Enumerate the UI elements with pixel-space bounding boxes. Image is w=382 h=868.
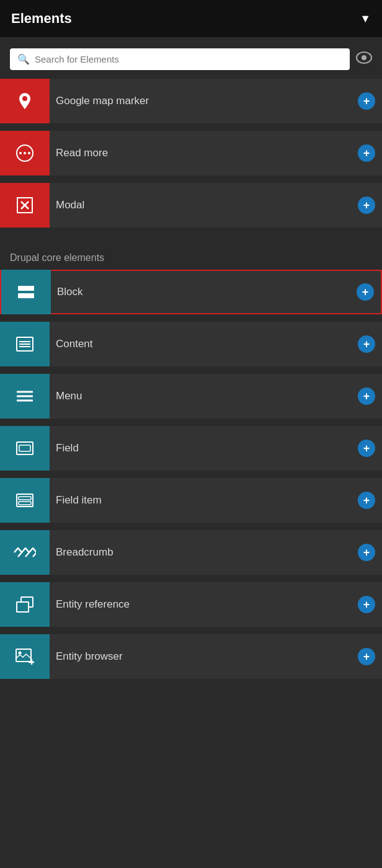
add-circle-icon: + (358, 596, 375, 613)
element-icon-field (0, 426, 50, 471)
svg-rect-23 (19, 502, 31, 505)
svg-rect-25 (17, 602, 29, 612)
element-item-google-map-marker[interactable]: Google map marker + (0, 79, 382, 123)
element-label-read-more: Read more (50, 147, 351, 159)
add-circle-icon: + (358, 648, 375, 665)
element-label-google-map-marker: Google map marker (50, 95, 351, 107)
svg-point-4 (19, 152, 22, 154)
element-item-content[interactable]: Content + (0, 322, 382, 366)
search-input-wrapper: 🔍 (10, 48, 350, 70)
add-button-breadcrumb[interactable]: + (351, 530, 382, 575)
red-elements-list: Google map marker + Read more + (0, 79, 382, 228)
element-label-field: Field (50, 442, 351, 454)
svg-point-1 (362, 55, 366, 60)
search-icon: 🔍 (17, 53, 30, 65)
add-circle-icon: + (358, 335, 375, 353)
add-button-field[interactable]: + (351, 426, 382, 471)
search-bar-container: 🔍 (0, 37, 382, 79)
add-circle-icon: + (358, 440, 375, 457)
add-circle-icon: + (357, 283, 374, 301)
add-button-google-map-marker[interactable]: + (351, 79, 382, 123)
element-label-field-item: Field item (50, 494, 351, 507)
element-label-entity-reference: Entity reference (50, 598, 351, 611)
svg-rect-11 (18, 293, 34, 298)
add-circle-icon: + (358, 144, 375, 162)
element-icon-breadcrumb (0, 530, 50, 575)
element-label-modal: Modal (50, 199, 351, 211)
add-button-entity-browser[interactable]: + (351, 634, 382, 679)
add-button-content[interactable]: + (351, 322, 382, 366)
element-label-block: Block (51, 286, 350, 298)
svg-rect-20 (19, 445, 30, 451)
add-button-entity-reference[interactable]: + (351, 582, 382, 627)
eye-icon (356, 51, 372, 68)
element-item-menu[interactable]: Menu + (0, 374, 382, 418)
element-label-menu: Menu (50, 390, 351, 402)
add-button-modal[interactable]: + (351, 183, 382, 228)
element-icon-entity-reference (0, 582, 50, 627)
element-item-entity-reference[interactable]: Entity reference + (0, 582, 382, 627)
svg-rect-22 (19, 497, 31, 500)
element-item-field[interactable]: Field + (0, 426, 382, 471)
element-item-read-more[interactable]: Read more + (0, 131, 382, 175)
add-button-field-item[interactable]: + (351, 478, 382, 523)
add-button-menu[interactable]: + (351, 374, 382, 418)
dropdown-arrow-icon[interactable]: ▼ (360, 12, 371, 25)
add-button-read-more[interactable]: + (351, 131, 382, 175)
svg-point-2 (22, 96, 27, 101)
element-label-content: Content (50, 338, 351, 350)
element-label-entity-browser: Entity browser (50, 650, 351, 663)
search-input[interactable] (35, 54, 342, 64)
element-item-field-item[interactable]: Field item + (0, 478, 382, 523)
element-item-entity-browser[interactable]: Entity browser + (0, 634, 382, 679)
add-button-block[interactable]: + (350, 270, 381, 314)
element-icon-menu (0, 374, 50, 418)
visibility-toggle-button[interactable] (356, 51, 372, 68)
panel-title: Elements (11, 11, 72, 27)
drupal-section-heading: Drupal core elements (0, 241, 382, 270)
element-icon-content (0, 322, 50, 366)
drupal-elements-list: Block + Content + (0, 270, 382, 679)
panel-header: Elements ▼ (0, 0, 382, 37)
element-item-modal[interactable]: Modal + (0, 183, 382, 228)
element-icon-block (1, 270, 51, 314)
svg-rect-27 (16, 649, 31, 662)
add-circle-icon: + (358, 492, 375, 509)
element-icon-read-more (0, 131, 50, 175)
element-label-breadcrumb: Breadcrumb (50, 546, 351, 559)
svg-point-5 (24, 152, 26, 154)
element-item-block[interactable]: Block + (0, 270, 382, 314)
element-item-breadcrumb[interactable]: Breadcrumb + (0, 530, 382, 575)
svg-point-28 (19, 652, 22, 655)
element-icon-entity-browser (0, 634, 50, 679)
svg-rect-10 (18, 286, 34, 291)
add-circle-icon: + (358, 92, 375, 110)
add-circle-icon: + (358, 197, 375, 214)
add-circle-icon: + (358, 388, 375, 405)
element-icon-modal (0, 183, 50, 228)
svg-point-6 (28, 152, 30, 154)
add-circle-icon: + (358, 544, 375, 561)
element-icon-google-map-marker (0, 79, 50, 123)
element-icon-field-item (0, 478, 50, 523)
